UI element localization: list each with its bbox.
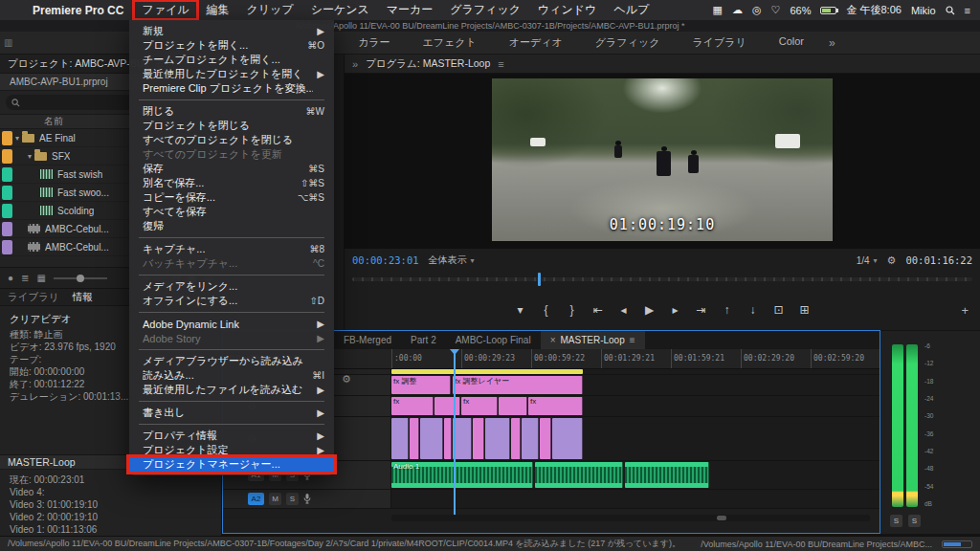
go-to-in-button[interactable]: ⇤ [591,303,605,317]
timeline-clip[interactable] [391,418,409,459]
timeline-clip[interactable]: fx [461,397,498,415]
disclosure-triangle-icon[interactable]: ▾ [28,152,32,161]
panel-menu-icon[interactable]: ≡ [630,335,635,345]
app-name-menu[interactable]: Premiere Pro CC [23,4,133,17]
lift-button[interactable]: ↑ [721,303,734,317]
track-lane-v1[interactable] [391,417,880,460]
panel-overflow-icon[interactable]: » [352,58,358,70]
label-color-chip[interactable] [2,149,12,164]
file-menu-make-offline[interactable]: オフラインにする...⇧D [129,294,334,308]
file-menu-save-all[interactable]: すべてを保存 [129,205,334,219]
file-menu-get-properties[interactable]: プロパティ情報▶ [129,429,334,443]
timeline-clip[interactable] [625,462,709,488]
timeline-clip[interactable] [511,418,521,459]
menubar-menu-window[interactable]: ウィンドウ [529,0,605,20]
menubar-menu-clip[interactable]: クリップ [238,0,302,20]
menubar-clock[interactable]: 金 午後8:06 [846,3,901,17]
timeline-clip[interactable]: fx [391,397,434,415]
timeline-horizontal-scrollbar[interactable] [391,515,870,521]
menubar-menu-sequence[interactable]: シーケンス [302,0,378,20]
zoom-level-select[interactable]: 全体表示 ▾ [429,253,475,267]
timeline-clip[interactable] [485,418,510,459]
sequence-tab-2[interactable]: Part 2 [401,331,446,349]
file-menu-adobe-dynamic-link[interactable]: Adobe Dynamic Link▶ [129,317,334,331]
creative-cloud-icon[interactable]: ☁ [732,4,743,16]
settings-wrench-icon[interactable]: ⚙ [887,254,897,267]
menubar-menu-help[interactable]: ヘルプ [605,0,657,20]
label-color-chip[interactable] [2,204,12,218]
file-menu-project-settings[interactable]: プロジェクト設定▶ [129,443,334,457]
add-marker-button[interactable]: ▾ [514,303,527,317]
menubar-menu-graphics[interactable]: グラフィック [441,0,529,20]
scrollbar-thumb[interactable] [717,516,726,520]
disclosure-triangle-icon[interactable]: ▾ [15,134,19,143]
work-area-bar[interactable] [391,369,583,374]
file-menu-open-project[interactable]: プロジェクトを開く...⌘O [129,38,334,53]
file-menu-save-as[interactable]: 別名で保存...⇧⌘S [129,176,334,190]
sequence-tab-4[interactable]: ×MASTER-Loop≡ [541,331,645,349]
menubar-menu-file[interactable]: ファイル [133,0,197,20]
zoom-slider-knob[interactable] [77,275,84,282]
play-button[interactable]: ▶ [643,303,657,317]
thumbnail-zoom-slider[interactable] [54,274,107,283]
file-menu-batch-capture[interactable]: バッチキャプチャ...^C [129,256,334,271]
file-menu-import-from-media-browser[interactable]: メディアブラウザーから読み込み [129,354,334,368]
timeline-clip[interactable] [410,418,419,459]
file-menu-import-recent-file[interactable]: 最近使用したファイルを読み込む▶ [129,383,334,397]
timeline-clip[interactable] [473,418,484,459]
scrubber-playhead[interactable] [538,273,541,286]
timeline-ruler[interactable]: :00:0000:00:29:2300:00:59:2200:01:29:210… [391,349,880,369]
readonly-lock-icon[interactable]: ● [8,273,13,283]
extract-button[interactable]: ↓ [746,303,760,317]
menubar-menu-edit[interactable]: 編集 [198,0,238,20]
sequence-tab-1[interactable]: FB-Merged [334,331,401,349]
panel-menu-icon[interactable]: ≡ [498,58,503,70]
info-panel-tab-info[interactable]: 情報 [73,291,93,304]
timeline-clip[interactable] [499,397,527,415]
timeline-clip[interactable]: fx 調整レイヤー [453,376,583,394]
workspace-tab-effects[interactable]: エフェクト [423,35,477,50]
label-color-chip[interactable] [2,186,12,200]
label-color-chip[interactable] [2,131,12,145]
solo-button-a2[interactable]: S [286,493,299,505]
playhead-position-timecode[interactable]: 00:00:23:01 [352,254,419,266]
notification-center-icon[interactable]: ≡ [965,5,970,16]
timeline-clip[interactable]: fx 調整 [391,376,451,394]
timeline-playhead[interactable] [454,349,456,515]
file-menu-capture[interactable]: キャプチャ...⌘8 [129,242,334,256]
timeline-clip[interactable]: fx [528,397,583,415]
label-color-chip[interactable] [2,222,12,236]
timeline-clip[interactable] [535,462,623,488]
track-lane-v3[interactable]: fx 調整fx 調整レイヤー [391,375,880,395]
program-scrubber[interactable] [352,273,972,286]
list-view-icon[interactable]: ≣ [21,273,29,283]
solo-left-button[interactable]: S [890,515,902,527]
source-patch-a2[interactable]: A2 [248,493,264,505]
file-menu-adobe-story[interactable]: Adobe Story▶ [129,331,334,345]
go-to-out-button[interactable]: ⇥ [695,303,708,317]
spotlight-search-icon[interactable] [946,6,955,15]
file-menu-close-all-projects[interactable]: すべてのプロジェクトを閉じる [129,133,334,147]
mark-out-button[interactable]: } [566,303,579,317]
battery-percent[interactable]: 66% [790,4,811,16]
file-menu-import[interactable]: 読み込み...⌘I [129,368,334,383]
close-tab-icon[interactable]: × [550,335,556,345]
info-panel-tab-libraries[interactable]: ライブラリ [8,291,59,304]
playback-resolution-select[interactable]: 1/4 ▾ [857,255,878,266]
timeline-clip[interactable] [552,418,583,459]
label-color-chip[interactable] [2,167,12,182]
file-menu-open-team-project[interactable]: チームプロジェクトを開く... [129,53,334,67]
timeline-clip[interactable] [540,418,551,459]
button-editor-plus[interactable]: + [961,303,969,318]
heart-icon[interactable]: ♡ [771,4,781,16]
workspace-tab-color[interactable]: Color [779,35,804,50]
comparison-view-button[interactable]: ⊞ [798,303,812,317]
panel-grid-icon[interactable]: ▥ [4,37,12,48]
file-menu-new[interactable]: 新規▶ [129,24,334,38]
menubar-user-name[interactable]: Mikio [911,5,936,16]
file-menu-project-manager[interactable]: プロジェクトマネージャー... [129,457,334,472]
workspace-tab-color-grading[interactable]: カラー [358,35,390,50]
track-lane-v2[interactable]: fxfxfx [391,396,880,416]
file-menu-open-recent[interactable]: 最近使用したプロジェクトを開く▶ [129,67,334,81]
timeline-clip[interactable] [522,418,539,459]
